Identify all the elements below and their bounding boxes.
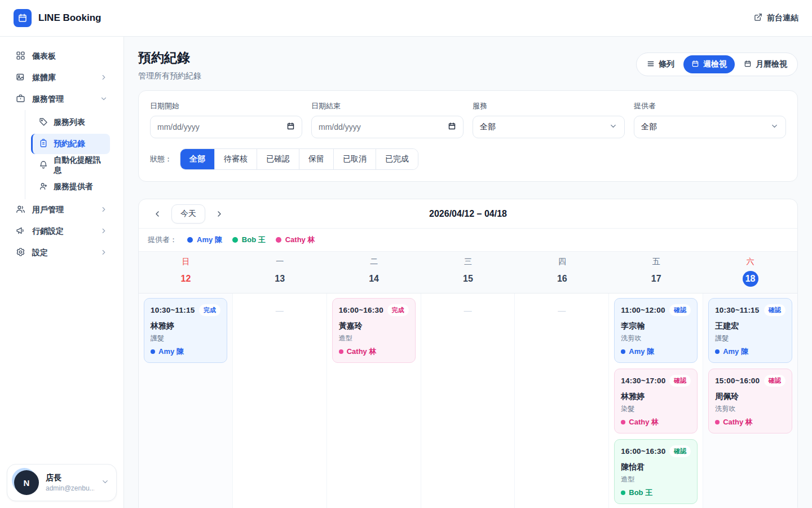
- app-title: LINE Booking: [38, 12, 101, 24]
- event-service: 洗剪吹: [621, 334, 691, 343]
- chevron-right-icon: [100, 73, 108, 83]
- day-number: 12: [178, 271, 193, 287]
- day-header-fri: 五 17: [609, 257, 703, 287]
- event-customer: 王建宏: [715, 321, 785, 331]
- legend-cathy-label: Cathy 林: [285, 235, 315, 245]
- megaphone-icon: [16, 226, 25, 237]
- frontend-link[interactable]: 前台連結: [754, 13, 798, 23]
- event-status-badge: 確認: [764, 304, 785, 316]
- chevron-down-icon: [100, 95, 108, 104]
- event-provider: Cathy 林: [621, 417, 691, 427]
- status-pending-button[interactable]: 待審核: [214, 149, 257, 169]
- view-month-button[interactable]: 月曆檢視: [736, 55, 795, 73]
- sidebar-item-users[interactable]: 用戶管理: [7, 199, 117, 221]
- prev-week-button[interactable]: [148, 204, 167, 224]
- sidebar-item-bookings[interactable]: 預約紀錄: [31, 134, 110, 154]
- event-customer: 李宗翰: [621, 321, 691, 331]
- gear-icon: [16, 247, 25, 259]
- event-customer: 黃嘉玲: [339, 321, 409, 331]
- briefcase-icon: [16, 94, 25, 105]
- status-held-button[interactable]: 保留: [299, 149, 333, 169]
- day-column-thu: —: [515, 294, 609, 508]
- day-column-sat: 10:30~11:15 確認 王建宏 護髮 Amy 陳: [703, 294, 797, 508]
- status-filter: 狀態： 全部 待審核 已確認 保留 已取消 已完成: [150, 148, 786, 170]
- sidebar-item-dashboard[interactable]: 儀表板: [7, 46, 117, 67]
- service-select-value: 全部: [480, 122, 496, 132]
- filter-service: 服務 全部: [473, 101, 625, 138]
- sidebar-item-label: 用戶管理: [32, 205, 93, 215]
- event-provider: Amy 陳: [715, 347, 785, 357]
- event-card[interactable]: 14:30~17:00 確認 林雅婷 染髮 Cathy 林: [614, 369, 698, 433]
- event-provider: Cathy 林: [715, 417, 785, 427]
- main-content: 預約紀錄 管理所有預約紀錄 條列 週檢視: [124, 37, 812, 508]
- sidebar-item-label: 行銷設定: [32, 226, 93, 237]
- sidebar-item-label: 設定: [32, 248, 93, 258]
- sidebar-item-providers[interactable]: 服務提供者: [31, 177, 110, 197]
- provider-dot-icon: [339, 349, 343, 354]
- sidebar-item-service-list[interactable]: 服務列表: [31, 112, 110, 133]
- event-card[interactable]: 10:30~11:15 確認 王建宏 護髮 Amy 陳: [708, 298, 792, 363]
- event-time: 11:00~12:00: [621, 306, 665, 314]
- event-time: 16:00~16:30: [339, 306, 383, 314]
- sidebar-item-marketing[interactable]: 行銷設定: [7, 221, 117, 242]
- status-completed-button[interactable]: 已完成: [376, 149, 418, 169]
- legend-amy: Amy 陳: [187, 235, 222, 245]
- event-time: 14:30~17:00: [621, 376, 665, 385]
- event-provider: Amy 陳: [151, 347, 220, 357]
- page-title: 預約紀錄: [138, 49, 201, 67]
- tag-icon: [39, 117, 48, 128]
- service-select[interactable]: 全部: [473, 116, 625, 138]
- sidebar-item-media[interactable]: 媒體庫: [7, 67, 117, 89]
- sidebar-item-reminders[interactable]: 自動化提醒訊息: [31, 155, 110, 176]
- chevron-right-icon: [100, 205, 108, 215]
- date-end-input[interactable]: mm/dd/yyyy: [311, 116, 464, 138]
- bob-dot-icon: [232, 237, 238, 243]
- sidebar-item-label: 服務列表: [54, 117, 85, 128]
- event-card[interactable]: 16:00~16:30 確認 陳怡君 造型 Bob 王: [614, 439, 698, 504]
- user-meta: 店長 admin@zenbu....: [46, 473, 94, 492]
- event-time: 16:00~16:30: [621, 447, 665, 456]
- provider-select[interactable]: 全部: [634, 116, 786, 138]
- day-column-mon: —: [233, 294, 327, 508]
- provider-select-value: 全部: [641, 122, 657, 132]
- filter-date-end: 日期結束 mm/dd/yyyy: [311, 101, 464, 138]
- event-customer: 周佩玲: [715, 392, 785, 402]
- day-column-sun: 10:30~11:15 完成 林雅婷 護髮 Amy 陳: [139, 294, 233, 508]
- chevron-down-icon: [609, 122, 617, 132]
- provider-dot-icon: [621, 420, 625, 424]
- day-header-wed: 三 15: [421, 257, 515, 287]
- calendar-logo-icon: [14, 9, 32, 27]
- legend-bob-label: Bob 王: [242, 235, 266, 245]
- sidebar-item-services[interactable]: 服務管理: [7, 89, 117, 110]
- today-button[interactable]: 今天: [171, 204, 205, 224]
- external-link-icon: [754, 13, 762, 23]
- datepicker-icon[interactable]: [286, 122, 295, 132]
- chevron-right-icon: [100, 227, 108, 237]
- event-card[interactable]: 10:30~11:15 完成 林雅婷 護髮 Amy 陳: [144, 298, 227, 363]
- event-provider-name: Cathy 林: [629, 417, 659, 427]
- event-card[interactable]: 15:00~16:00 確認 周佩玲 洗剪吹 Cathy 林: [708, 369, 792, 433]
- status-all-button[interactable]: 全部: [180, 149, 214, 169]
- date-start-input[interactable]: mm/dd/yyyy: [150, 116, 302, 138]
- event-provider-name: Amy 陳: [158, 347, 184, 357]
- view-week-button[interactable]: 週檢視: [683, 55, 735, 73]
- day-header-tue: 二 14: [327, 257, 421, 287]
- sidebar-item-label: 儀表板: [32, 51, 108, 62]
- status-confirmed-button[interactable]: 已確認: [257, 149, 299, 169]
- event-card[interactable]: 11:00~12:00 確認 李宗翰 洗剪吹 Amy 陳: [614, 298, 698, 363]
- user-menu[interactable]: N 店長 admin@zenbu....: [7, 464, 117, 501]
- next-week-button[interactable]: [210, 204, 229, 224]
- status-cancelled-button[interactable]: 已取消: [333, 149, 376, 169]
- day-number: 14: [366, 271, 382, 287]
- datepicker-icon[interactable]: [448, 122, 456, 132]
- clipboard-icon: [39, 139, 48, 150]
- legend-amy-label: Amy 陳: [197, 235, 222, 245]
- event-service: 洗剪吹: [715, 404, 785, 414]
- sidebar-item-label: 預約紀錄: [54, 139, 85, 149]
- sidebar-item-settings[interactable]: 設定: [7, 242, 117, 264]
- view-list-button[interactable]: 條列: [639, 55, 682, 73]
- event-status-badge: 確認: [669, 304, 691, 316]
- sidebar-item-label: 媒體庫: [32, 73, 93, 83]
- day-header-mon: 一 13: [233, 257, 327, 287]
- event-card[interactable]: 16:00~16:30 完成 黃嘉玲 造型 Cathy 林: [332, 298, 416, 363]
